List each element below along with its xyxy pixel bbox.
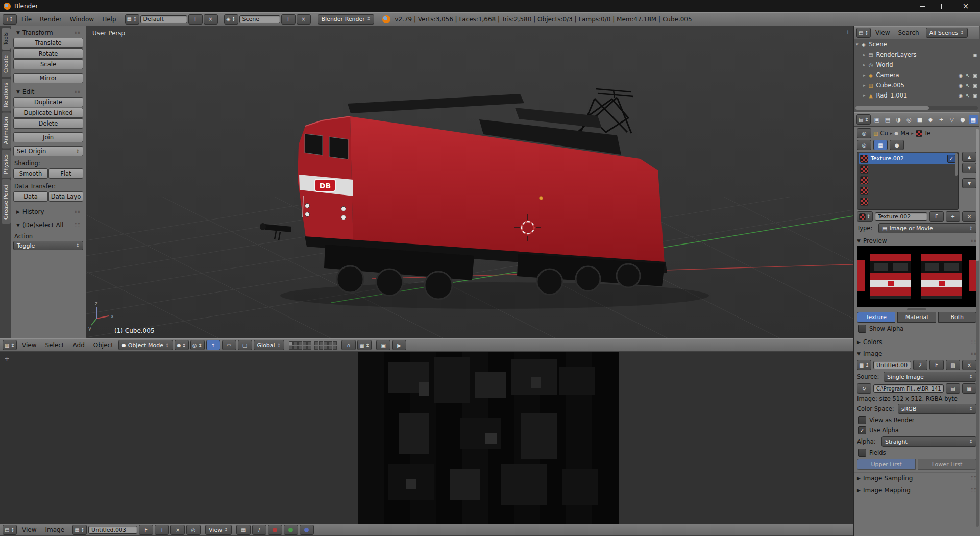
manipulator-rotate-toggle[interactable]: ◠	[222, 340, 236, 350]
draw-channel-red-button[interactable]	[268, 525, 282, 535]
breadcrumb-object[interactable]: Cu	[880, 130, 888, 137]
texture-browse-button[interactable]: ↕	[857, 211, 873, 222]
preview-resize-handle[interactable]	[907, 308, 926, 310]
data-transfer-layout-button[interactable]: Data Layo	[48, 191, 83, 202]
shade-smooth-button[interactable]: Smooth	[13, 168, 48, 179]
uv-image-name-field[interactable]	[88, 526, 137, 534]
outliner-item-world[interactable]: ▸ ◎ World	[854, 60, 979, 70]
texture-context-material-button[interactable]: ▦	[873, 140, 888, 150]
visibility-toggle-icon[interactable]: ◉	[959, 72, 963, 78]
menu-render[interactable]: Render	[36, 15, 65, 24]
minimize-button[interactable]	[912, 0, 934, 12]
texture-type-dropdown[interactable]: ▤ Image or Movie ↕	[878, 223, 976, 233]
panel-header-transform[interactable]: ▼ Transform ⠿⠿	[13, 27, 83, 37]
renderable-toggle-icon[interactable]: ▣	[973, 83, 977, 88]
tab-render[interactable]: ▣	[872, 115, 881, 124]
preview-both-button[interactable]: Both	[938, 312, 976, 323]
expander-icon[interactable]: ▸	[863, 72, 866, 78]
join-button[interactable]: Join	[13, 132, 83, 142]
tab-data[interactable]: ▽	[947, 115, 957, 124]
scale-button[interactable]: Scale	[13, 59, 83, 69]
reload-image-button[interactable]: ↻	[857, 383, 871, 394]
slot-list-scrollbar[interactable]	[955, 153, 958, 176]
texture-slot-selected[interactable]: Texture.002 ✓	[859, 153, 957, 164]
uv-slash-toggle[interactable]: /	[252, 525, 266, 535]
rotate-button[interactable]: Rotate	[13, 48, 83, 59]
region-corner-widget[interactable]: +	[845, 29, 850, 36]
preview-texture-button[interactable]: Texture	[857, 312, 895, 323]
use-alpha-checkbox[interactable]: ✓	[858, 426, 866, 434]
tab-render-layers[interactable]: ▤	[883, 115, 892, 124]
screen-browse-button[interactable]: ▦ ↕	[125, 14, 139, 25]
panel-header-image-mapping[interactable]: ▶ Image Mapping ⠿⠿	[854, 484, 979, 495]
uv-image-unlink-button[interactable]: ×	[170, 525, 185, 535]
uv-menu-image[interactable]: Image	[41, 525, 68, 534]
toolshelf-tab-animation[interactable]: Animation	[2, 113, 11, 149]
uv-editor-type-button[interactable]: ▤ ↕	[3, 525, 17, 535]
data-transfer-data-button[interactable]: Data	[13, 191, 48, 202]
scene-add-button[interactable]: +	[281, 14, 296, 25]
colorspace-dropdown[interactable]: sRGB ↕	[898, 404, 976, 414]
orientation-dropdown[interactable]: Global ↕	[254, 340, 285, 350]
info-editor-type-button[interactable]: i ↕	[3, 14, 17, 25]
mirror-button[interactable]: Mirror	[13, 73, 83, 83]
screen-layout-name-field[interactable]	[140, 15, 187, 23]
tab-texture[interactable]: ▦	[969, 115, 978, 124]
panel-header-history[interactable]: ▶ History ⠿⠿	[13, 206, 83, 216]
outliner-item-rad1001[interactable]: ▸ ▲ Rad_1.001 ◉ ↖ ▣	[854, 90, 979, 101]
renderable-toggle-icon[interactable]: ▣	[973, 93, 977, 99]
breadcrumb-texture[interactable]: Te	[924, 130, 930, 137]
opengl-render-anim-button[interactable]: ▶	[392, 340, 406, 350]
scene-browse-button[interactable]: ◈ ↕	[224, 14, 238, 25]
pin-id-button[interactable]: ◎	[857, 128, 871, 138]
set-origin-dropdown[interactable]: Set Origin ↕	[13, 146, 83, 156]
panel-header-image[interactable]: ▼ Image ⠿⠿	[854, 348, 979, 358]
view-as-render-checkbox[interactable]	[858, 416, 866, 424]
texture-new-button[interactable]: +	[946, 211, 960, 222]
toolshelf-tab-tools[interactable]: Tools	[2, 28, 11, 50]
close-button[interactable]: ×	[955, 0, 976, 12]
outliner-filter-dropdown[interactable]: All Scenes ↕	[926, 28, 968, 38]
opengl-render-button[interactable]: ▣	[376, 340, 390, 350]
filepath-pack-button[interactable]: ▦	[962, 383, 976, 394]
tab-modifiers[interactable]: +	[937, 115, 946, 124]
expander-icon[interactable]: ▸	[863, 93, 866, 98]
texture-slot-empty[interactable]	[859, 185, 957, 196]
outliner-item-scene[interactable]: ▾ ◈ Scene	[854, 39, 979, 50]
filepath-field[interactable]	[873, 384, 944, 393]
texture-slot-empty[interactable]	[859, 196, 957, 207]
selectability-toggle-icon[interactable]: ↖	[966, 72, 970, 78]
texture-context-other-button[interactable]: ●	[890, 140, 904, 150]
outliner-item-renderlayers[interactable]: ▸ ▤ RenderLayers ▣	[854, 50, 979, 60]
preview-material-button[interactable]: Material	[897, 312, 936, 323]
manipulator-translate-toggle[interactable]: ↑	[206, 340, 220, 350]
selectability-toggle-icon[interactable]: ↖	[966, 93, 970, 99]
view3d-menu-add[interactable]: Add	[69, 340, 88, 350]
menu-file[interactable]: File	[18, 15, 35, 24]
uv-image-browse-button[interactable]: ▦ ↕	[72, 525, 87, 535]
menu-help[interactable]: Help	[99, 15, 119, 24]
menu-window[interactable]: Window	[66, 15, 97, 24]
uv-mode-dropdown[interactable]: View ↕	[205, 525, 232, 535]
uv-grid-toggle[interactable]: ▦	[236, 525, 251, 535]
tab-scene[interactable]: ◑	[894, 115, 903, 124]
image-users-button[interactable]: 2	[913, 360, 927, 370]
texture-enable-checkbox[interactable]: ✓	[947, 155, 955, 163]
texture-slot-empty[interactable]	[859, 175, 957, 185]
tab-material[interactable]: ●	[958, 115, 967, 124]
panel-header-image-sampling[interactable]: ▶ Image Sampling ⠿⠿	[854, 473, 979, 483]
delete-button[interactable]: Delete	[13, 118, 83, 129]
texture-slot-empty[interactable]	[859, 164, 957, 175]
panel-header-edit[interactable]: ▼ Edit ⠿⠿	[13, 86, 83, 96]
image-open-button[interactable]: ▤	[946, 360, 960, 370]
outliner-item-camera[interactable]: ▸ ◆ Camera ◉ ↖ ▣	[854, 70, 979, 80]
image-fake-user-button[interactable]: F	[929, 360, 944, 370]
texture-name-field[interactable]	[875, 212, 927, 221]
uv-pin-button[interactable]: ◎	[186, 525, 201, 535]
view3d-menu-select[interactable]: Select	[41, 340, 67, 350]
panel-header-preview[interactable]: ▼ Preview ⠿⠿	[854, 235, 979, 246]
layers-widget-right[interactable]	[314, 341, 337, 350]
manipulator-scale-toggle[interactable]: ▢	[238, 340, 252, 350]
uv-image[interactable]	[358, 352, 619, 524]
layers-widget-left[interactable]	[289, 341, 311, 350]
